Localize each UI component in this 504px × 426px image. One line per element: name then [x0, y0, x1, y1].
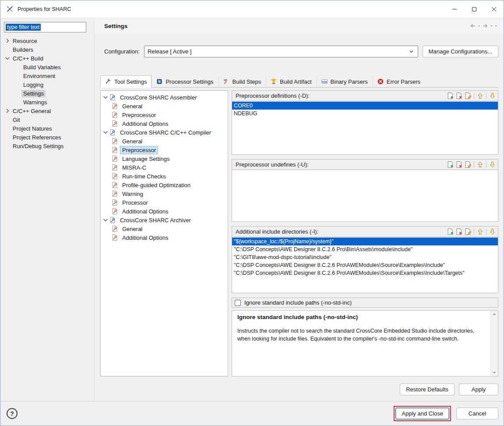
ignore-std-inc-checkbox[interactable] [235, 300, 241, 306]
sidebar-item-logging[interactable]: Logging [14, 80, 94, 89]
chevron-down-icon[interactable] [102, 94, 109, 101]
close-button[interactable] [484, 0, 504, 18]
chevron-right-icon[interactable] [4, 107, 11, 114]
chevron-down-icon[interactable] [4, 55, 11, 62]
add-icon[interactable] [447, 228, 454, 235]
tab-build-artifact[interactable]: Build Artifact [266, 75, 316, 88]
sidebar-item-environment[interactable]: Environment [14, 71, 94, 80]
tree-item-compiler-preprocessor[interactable]: Preprocessor [102, 146, 228, 154]
manage-configurations-button[interactable]: Manage Configurations... [423, 46, 498, 57]
sidebar-item-build-variables[interactable]: Build Variables [14, 63, 94, 71]
view-menu-icon[interactable] [494, 22, 498, 29]
include-directories-section: Additional include directories (-I): [232, 226, 498, 293]
tree-item-processor[interactable]: Processor [102, 198, 228, 207]
move-up-icon[interactable] [476, 161, 484, 168]
tree-item-misra-c[interactable]: MISRA-C [102, 163, 228, 172]
maximize-icon [472, 7, 477, 12]
sidebar-item-settings[interactable]: Settings [14, 89, 94, 98]
back-arrow-icon[interactable] [469, 22, 476, 29]
sidebar-item-project-natures[interactable]: Project Natures [4, 124, 94, 133]
tree-item-language-settings[interactable]: Language Settings [102, 154, 228, 163]
tree-item-archiver-general[interactable]: General [102, 224, 228, 233]
tool-category-icon [109, 129, 116, 136]
edit-icon[interactable] [464, 92, 472, 99]
tree-item-compiler[interactable]: CrossCore SHARC C/C++ Compiler [102, 128, 228, 137]
list-item[interactable]: "C:\DSP Concepts\AWE Designer 8.C.2.6 Pr… [232, 269, 498, 277]
sidebar-item-label: Project Natures [11, 125, 54, 132]
tree-item-run-time-checks[interactable]: Run-time Checks [102, 172, 228, 181]
tree-item-assembler-preprocessor[interactable]: Preprocessor [102, 110, 228, 119]
toolbar-separator [486, 93, 486, 99]
tool-page-icon [111, 190, 118, 197]
scroll-up-icon[interactable] [491, 311, 497, 317]
minimize-icon [452, 7, 457, 12]
properties-nav-sidebar: type filter text Resource Builders C/C++… [0, 18, 95, 401]
help-title: Ignore standard include paths (-no-std-i… [237, 314, 485, 320]
apply-and-close-button[interactable]: Apply and Close [395, 408, 449, 419]
sidebar-item-run-debug-settings[interactable]: Run/Debug Settings [4, 142, 94, 150]
configuration-select[interactable]: Release [ Active ] [144, 46, 418, 57]
sidebar-item-cpp-build[interactable]: C/C++ Build [4, 54, 94, 63]
sidebar-item-warnings[interactable]: Warnings [14, 98, 94, 106]
forward-arrow-icon[interactable] [482, 22, 489, 29]
tree-item-assembler-additional-options[interactable]: Additional Options [102, 119, 228, 128]
delete-icon[interactable] [455, 161, 463, 168]
list-item[interactable]: "C:\DSP Concepts\AWE Designer 8.C.2.6 Pr… [232, 245, 498, 253]
settings-tab-bar: Tool Settings Processor Settings Build S… [100, 75, 498, 88]
minimize-button[interactable] [444, 0, 464, 18]
definitions-list[interactable]: CORE0 NDEBUG [232, 101, 498, 155]
delete-icon[interactable] [455, 228, 463, 235]
chevron-down-icon[interactable] [102, 217, 109, 224]
list-item[interactable]: "${workspace_loc:/${ProjName}/system}" [232, 238, 498, 245]
list-item[interactable]: CORE0 [232, 102, 498, 110]
list-item[interactable]: "C:\DSP Concepts\AWE Designer 8.C.2.6 Pr… [232, 261, 498, 269]
add-icon[interactable] [447, 161, 454, 168]
restore-defaults-button[interactable]: Restore Defaults [400, 383, 455, 395]
scrollbar[interactable] [490, 311, 498, 376]
move-up-icon[interactable] [476, 92, 484, 99]
tab-error-parsers[interactable]: Error Parsers [373, 75, 425, 88]
scroll-down-icon[interactable] [491, 369, 497, 376]
list-item[interactable]: "C:\GIT8\awe-mod-dspc-tutorial\include" [232, 253, 498, 261]
move-down-icon[interactable] [489, 92, 496, 99]
apply-button[interactable]: Apply [459, 383, 498, 395]
tab-build-steps[interactable]: Build Steps [219, 75, 266, 88]
undefines-list[interactable] [232, 170, 498, 222]
move-down-icon[interactable] [489, 161, 496, 168]
list-item[interactable]: NDEBUG [232, 110, 498, 117]
tree-item-assembler-general[interactable]: General [102, 102, 228, 110]
includes-list[interactable]: "${workspace_loc:/${ProjName}/system}" "… [232, 237, 498, 293]
delete-icon[interactable] [455, 92, 463, 99]
sidebar-item-resource[interactable]: Resource [4, 36, 94, 45]
tree-item-compiler-general[interactable]: General [102, 137, 228, 146]
sidebar-item-label: Warnings [21, 99, 49, 106]
sidebar-item-builders[interactable]: Builders [4, 45, 94, 54]
tab-processor-settings[interactable]: Processor Settings [152, 75, 218, 88]
add-icon[interactable] [447, 92, 454, 99]
edit-icon[interactable] [464, 161, 472, 168]
move-down-icon[interactable] [489, 228, 496, 235]
maximize-button[interactable] [464, 0, 484, 18]
back-dropdown-icon[interactable] [477, 22, 481, 29]
cancel-button[interactable]: Cancel [456, 408, 498, 419]
sidebar-item-project-references[interactable]: Project References [4, 133, 94, 142]
sidebar-item-cpp-general[interactable]: C/C++ General [4, 106, 94, 115]
filter-input[interactable]: type filter text [4, 22, 86, 32]
tree-item-archiver[interactable]: CrossCore SHARC Archiver [102, 216, 228, 224]
tab-tool-settings[interactable]: Tool Settings [100, 75, 152, 88]
help-button[interactable]: ? [7, 408, 18, 419]
chevron-right-icon[interactable] [4, 37, 11, 44]
move-up-icon[interactable] [476, 228, 484, 235]
tool-page-icon [111, 199, 118, 206]
tree-item-profile-guided-optimization[interactable]: Profile-guided Optimization [102, 181, 228, 189]
tree-item-assembler[interactable]: CrossCore SHARC Assembler [102, 93, 228, 102]
tab-binary-parsers[interactable]: Binary Parsers [317, 75, 373, 88]
tree-item-warning[interactable]: Warning [102, 189, 228, 198]
edit-icon[interactable] [464, 228, 472, 235]
tree-item-archiver-additional-options[interactable]: Additional Options [102, 233, 228, 242]
sidebar-item-git[interactable]: Git [4, 115, 94, 124]
toolbar-separator [486, 162, 486, 167]
forward-dropdown-icon[interactable] [489, 22, 493, 29]
tree-item-compiler-additional-options[interactable]: Additional Options [102, 207, 228, 216]
chevron-down-icon[interactable] [102, 129, 109, 136]
